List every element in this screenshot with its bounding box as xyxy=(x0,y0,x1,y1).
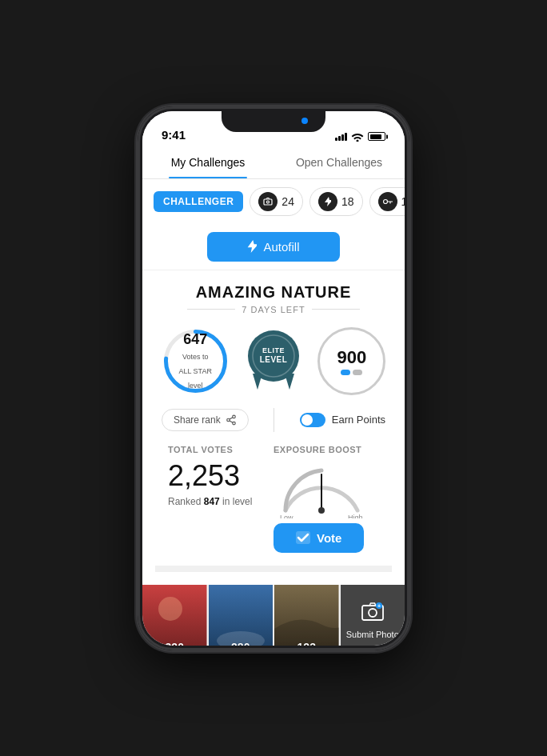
exposure-boost-label: EXPOSURE BOOST xyxy=(274,445,361,454)
share-icon xyxy=(226,414,237,426)
svg-text:+: + xyxy=(377,603,381,609)
tab-open-challenges[interactable]: Open Challenges xyxy=(274,146,405,178)
toggle-dot-blue xyxy=(341,370,350,375)
gauge-container: Low High xyxy=(274,462,369,518)
votes-text: 647 Votes toALL STARlevel xyxy=(178,331,212,391)
signal-icon xyxy=(335,133,347,141)
autofill-button[interactable]: Autofill xyxy=(207,232,339,262)
elite-badge: ELITE LEVEL xyxy=(242,329,305,393)
key-count-badge[interactable]: 14 xyxy=(369,187,405,216)
photo-icon xyxy=(258,192,277,211)
challenge-card: AMAZING NATURE 7 DAYS LEFT xyxy=(142,270,405,585)
photos-row: 320 280 xyxy=(142,585,405,646)
bolt-count: 18 xyxy=(341,195,354,208)
score-toggle-indicator xyxy=(341,370,362,375)
stats-row: 647 Votes toALL STARlevel xyxy=(155,327,392,395)
earn-points-toggle[interactable]: Earn Points xyxy=(300,413,385,427)
submit-photo-btn[interactable]: + Submit Photo xyxy=(341,585,405,646)
toggle-dot-gray xyxy=(353,370,362,375)
submit-photo-icon: + xyxy=(361,602,384,626)
main-content: AMAZING NATURE 7 DAYS LEFT xyxy=(142,270,405,646)
score-circle: 900 xyxy=(317,327,385,395)
photo-count-1: 320 xyxy=(166,641,184,646)
elite-shape: ELITE LEVEL xyxy=(242,329,305,393)
svg-marker-6 xyxy=(253,374,262,390)
photo-1-bg xyxy=(142,585,207,646)
svg-rect-0 xyxy=(264,199,272,205)
votes-circle: 647 Votes toALL STARlevel xyxy=(162,327,230,395)
photo-thumb-1[interactable]: 320 xyxy=(142,585,207,646)
notch xyxy=(222,111,325,132)
svg-point-22 xyxy=(158,597,182,621)
photo-count-3: 123 xyxy=(297,641,316,646)
svg-text:ELITE: ELITE xyxy=(262,346,285,354)
tab-my-challenges[interactable]: My Challenges xyxy=(142,146,274,178)
svg-marker-7 xyxy=(285,374,294,390)
status-icons xyxy=(335,132,385,142)
svg-point-1 xyxy=(267,201,270,203)
photo-thumb-3[interactable]: 123 xyxy=(274,585,339,646)
ranked-text: Ranked 847 in level xyxy=(168,496,274,507)
svg-text:High: High xyxy=(348,514,363,518)
submit-photo-svg: + xyxy=(361,602,384,622)
elite-ribbon-svg: ELITE LEVEL xyxy=(242,327,305,395)
earn-points-switch[interactable] xyxy=(300,413,325,427)
score-circle-container: 900 xyxy=(317,327,385,395)
svg-text:Low: Low xyxy=(280,514,293,518)
photo-2-bg xyxy=(209,585,274,646)
exposure-boost-block: EXPOSURE BOOST Low xyxy=(274,445,379,553)
total-votes-value: 2,253 xyxy=(168,459,274,493)
svg-point-17 xyxy=(318,507,325,514)
svg-text:LEVEL: LEVEL xyxy=(260,355,288,364)
svg-point-27 xyxy=(369,609,377,617)
actions-divider xyxy=(274,408,274,432)
status-time: 9:41 xyxy=(162,128,186,142)
bolt-icon xyxy=(318,192,337,211)
challenger-badge: CHALLENGER xyxy=(154,191,243,212)
key-count: 14 xyxy=(401,195,405,208)
photo-thumb-2[interactable]: 280 xyxy=(209,585,274,646)
votes-circle-container: 647 Votes toALL STARlevel xyxy=(162,327,230,395)
challenge-title: AMAZING NATURE xyxy=(155,283,392,302)
photo-count-badge[interactable]: 24 xyxy=(250,187,303,216)
autofill-bolt-icon xyxy=(247,240,257,253)
toolbar: CHALLENGER 24 18 14 xyxy=(142,179,405,224)
svg-point-13 xyxy=(232,422,235,425)
submit-photo-label: Submit Photo xyxy=(346,630,399,639)
svg-point-11 xyxy=(232,415,235,418)
votes-sublabel: Votes toALL STARlevel xyxy=(178,353,212,390)
svg-point-2 xyxy=(383,199,387,203)
photo-count: 24 xyxy=(281,195,294,208)
phone-frame: 9:41 My Cha xyxy=(138,106,409,650)
tab-bar: My Challenges Open Challenges xyxy=(142,146,405,179)
svg-line-14 xyxy=(230,420,233,422)
photo-count-2: 280 xyxy=(231,641,250,646)
stats-section: TOTAL VOTES 2,253 Ranked 847 in level EX… xyxy=(155,445,392,572)
share-rank-button[interactable]: Share rank xyxy=(162,409,249,431)
bolt-count-badge[interactable]: 18 xyxy=(309,187,363,216)
vote-button[interactable]: Vote xyxy=(274,523,364,553)
phone-screen: 9:41 My Cha xyxy=(142,111,405,646)
key-icon xyxy=(378,192,397,211)
exposure-gauge-svg: Low High xyxy=(274,462,369,518)
total-votes-block: TOTAL VOTES 2,253 Ranked 847 in level xyxy=(168,445,274,553)
battery-icon xyxy=(368,132,385,141)
autofill-section: Autofill xyxy=(142,224,405,270)
wifi-icon xyxy=(351,132,364,142)
notch-camera xyxy=(301,118,308,124)
vote-check-icon xyxy=(296,531,310,544)
actions-row: Share rank Earn Points xyxy=(155,408,392,432)
svg-point-12 xyxy=(226,418,230,422)
photo-3-bg xyxy=(274,585,339,646)
days-left: 7 DAYS LEFT xyxy=(155,305,392,314)
svg-line-15 xyxy=(230,417,233,418)
